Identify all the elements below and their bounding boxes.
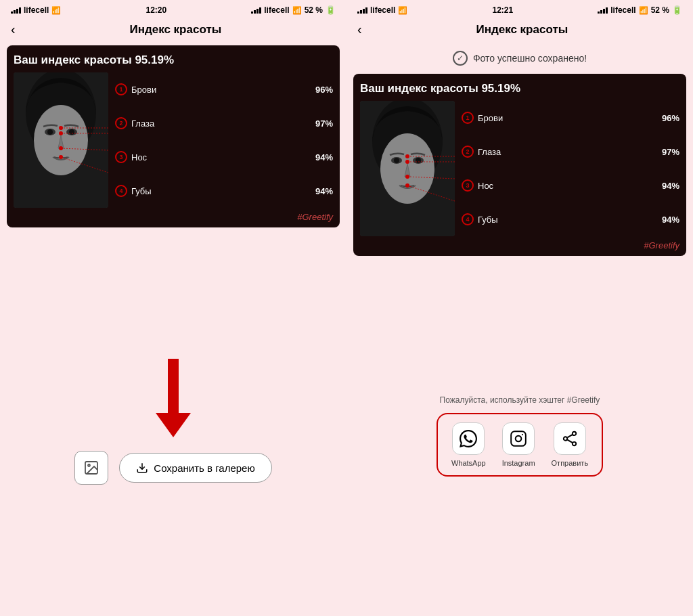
battery-label-r: 52 % xyxy=(651,5,669,15)
save-button-area: Сохранить в галерею xyxy=(74,451,271,485)
status-left: lifecell 📶 xyxy=(11,5,61,15)
features-list-left: 1 Брови 96% 2 Глаза 97% 3 Нос 94% 4 Губы xyxy=(112,72,333,208)
gallery-button[interactable] xyxy=(74,451,108,485)
time-display: 12:20 xyxy=(146,5,166,15)
send-label: Отправить xyxy=(552,459,589,467)
hashtag-hint: Пожалуйста, используйте хэштег #Greetify xyxy=(440,395,600,405)
wifi-icon: 📶 xyxy=(51,6,61,15)
status-left-r: lifecell 📶 xyxy=(357,5,407,15)
share-icon xyxy=(554,422,586,455)
feature-row: 4 Губы 94% xyxy=(115,185,333,197)
time-display-r: 12:21 xyxy=(492,5,513,15)
back-button-left[interactable]: ‹ xyxy=(11,22,16,37)
feature-pct-r1: 96% xyxy=(662,113,679,123)
left-phone-panel: lifecell 📶 12:20 lifecell 📶 52 % 🔋 ‹ Инд… xyxy=(0,0,346,616)
feature-num-4: 4 xyxy=(115,185,127,197)
feature-num-r1: 1 xyxy=(462,112,474,124)
wifi-icon-r: 📶 xyxy=(398,6,407,15)
right-phone-panel: lifecell 📶 12:21 lifecell 📶 52 % 🔋 ‹ Инд… xyxy=(346,0,693,616)
signal-icon xyxy=(11,7,21,14)
feature-name-r4: Губы xyxy=(478,215,658,225)
battery-icon: 🔋 xyxy=(326,5,336,15)
feature-name-r3: Нос xyxy=(478,181,658,191)
signal-icon-r xyxy=(357,7,367,14)
carrier-label: lifecell xyxy=(24,5,49,15)
success-message: Фото успешно сохранено! xyxy=(473,53,587,64)
back-button-right[interactable]: ‹ xyxy=(357,22,362,37)
share-options-box: WhatsApp Instagram xyxy=(437,413,603,477)
svg-rect-33 xyxy=(511,431,526,446)
svg-point-6 xyxy=(69,129,74,135)
nav-bar-right: ‹ Индекс красоты xyxy=(346,19,693,43)
check-icon: ✓ xyxy=(453,51,468,66)
status-bar-left: lifecell 📶 12:20 lifecell 📶 52 % 🔋 xyxy=(0,0,346,19)
beauty-card-right: Ваш индекс красоты 95.19% xyxy=(353,74,686,256)
success-banner: ✓ Фото успешно сохранено! xyxy=(346,45,693,71)
feature-row-r2: 2 Глаза 97% xyxy=(462,146,679,158)
feature-name-4: Губы xyxy=(131,186,311,196)
share-send[interactable]: Отправить xyxy=(552,422,589,467)
wifi-icon-2: 📶 xyxy=(292,6,302,15)
svg-point-36 xyxy=(573,432,576,435)
svg-point-38 xyxy=(573,442,576,445)
feature-name-3: Нос xyxy=(131,152,311,162)
wifi-icon-r2: 📶 xyxy=(639,6,648,15)
carrier2-label-r: lifecell xyxy=(610,5,635,15)
instagram-icon xyxy=(502,422,535,455)
feature-pct-r3: 94% xyxy=(662,181,679,191)
svg-point-16 xyxy=(88,464,90,466)
feature-num-1: 1 xyxy=(115,83,127,95)
face-image-left xyxy=(14,72,108,208)
feature-num-r4: 4 xyxy=(462,213,474,225)
feature-pct-1: 96% xyxy=(315,85,333,95)
down-arrow xyxy=(156,359,191,437)
feature-row-r3: 3 Нос 94% xyxy=(462,179,679,192)
beauty-content-left: 1 Брови 96% 2 Глаза 97% 3 Нос 94% 4 Губы xyxy=(14,72,333,208)
feature-pct-2: 97% xyxy=(315,118,333,129)
share-instagram[interactable]: Instagram xyxy=(502,422,535,467)
battery-label: 52 % xyxy=(305,5,323,15)
feature-pct-3: 94% xyxy=(315,152,333,162)
hashtag-right: #Greetify xyxy=(360,240,679,250)
feature-pct-r4: 94% xyxy=(662,215,679,225)
feature-name-r2: Глаза xyxy=(478,147,658,157)
signal-icon-2 xyxy=(251,7,261,14)
beauty-card-left: Ваш индекс красоты 95.19% xyxy=(7,45,340,227)
svg-point-34 xyxy=(516,436,522,442)
feature-row-r1: 1 Брови 96% xyxy=(462,112,679,124)
feature-name-1: Брови xyxy=(131,85,311,95)
features-list-right: 1 Брови 96% 2 Глаза 97% 3 Нос 94% 4 Губы xyxy=(459,101,679,236)
feature-num-r2: 2 xyxy=(462,146,474,158)
status-right-r: lifecell 📶 52 % 🔋 xyxy=(598,5,682,15)
svg-point-35 xyxy=(522,434,523,435)
share-whatsapp[interactable]: WhatsApp xyxy=(451,422,486,467)
whatsapp-label: WhatsApp xyxy=(451,459,486,467)
feature-name-r1: Брови xyxy=(478,113,658,123)
feature-pct-4: 94% xyxy=(315,186,333,196)
beauty-score-title-left: Ваш индекс красоты 95.19% xyxy=(14,53,333,67)
status-bar-right: lifecell 📶 12:21 lifecell 📶 52 % 🔋 xyxy=(346,0,693,19)
feature-row-r4: 4 Губы 94% xyxy=(462,213,679,225)
svg-point-24 xyxy=(416,158,421,163)
signal-icon-r2 xyxy=(598,7,608,14)
bottom-area-right: Пожалуйста, используйте хэштег #Greetify… xyxy=(346,256,693,616)
status-right: lifecell 📶 52 % 🔋 xyxy=(251,5,336,15)
feature-row: 1 Брови 96% xyxy=(115,83,333,95)
save-label: Сохранить в галерею xyxy=(154,462,254,474)
feature-row: 2 Глаза 97% xyxy=(115,117,333,129)
feature-name-2: Глаза xyxy=(131,118,311,129)
feature-num-r3: 3 xyxy=(462,179,474,192)
page-title-right: Индекс красоты xyxy=(362,23,682,37)
save-button[interactable]: Сохранить в галерею xyxy=(119,453,271,483)
svg-point-5 xyxy=(47,129,53,135)
feature-row: 3 Нос 94% xyxy=(115,151,333,163)
arrow-head xyxy=(156,413,191,437)
feature-pct-r2: 97% xyxy=(662,147,679,157)
arrow-shaft xyxy=(168,359,179,413)
whatsapp-icon xyxy=(452,422,485,455)
beauty-score-title-right: Ваш индекс красоты 95.19% xyxy=(360,82,679,95)
bottom-area-left: Сохранить в галерею xyxy=(0,227,346,616)
feature-num-2: 2 xyxy=(115,117,127,129)
beauty-content-right: 1 Брови 96% 2 Глаза 97% 3 Нос 94% 4 Губы xyxy=(360,101,679,236)
carrier-label-r: lifecell xyxy=(370,5,395,15)
